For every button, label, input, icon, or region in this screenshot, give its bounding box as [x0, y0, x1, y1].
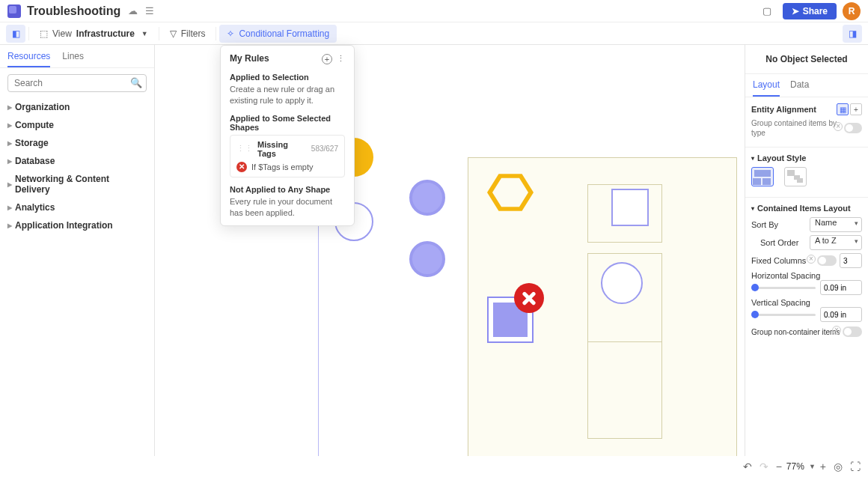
tab-data[interactable]: Data — [790, 74, 809, 97]
tree-item[interactable]: ▶Storage — [4, 134, 150, 152]
applied-some-head: Applied to Some Selected Shapes — [230, 114, 345, 132]
avatar[interactable]: R — [843, 2, 861, 20]
tree-label: Compute — [15, 120, 54, 130]
rule-name: Missing Tags — [257, 140, 307, 158]
tree-label: Organization — [15, 102, 70, 112]
tree-label: Networking & Content Delivery — [15, 174, 147, 195]
share-label: Share — [803, 6, 828, 16]
vspace-slider[interactable] — [751, 314, 816, 316]
entity-alignment-desc: Group contained items by type — [751, 118, 844, 138]
zoom-dropdown-icon[interactable]: ▼ — [809, 463, 816, 470]
cloud-sync-icon[interactable]: ☁ — [128, 5, 138, 16]
tree-item[interactable]: ▶Organization — [4, 98, 150, 116]
toggle-left-panel-icon[interactable]: ◧ — [6, 25, 25, 43]
search-input[interactable] — [7, 74, 147, 92]
fullscreen-icon[interactable]: ⛶ — [850, 461, 861, 473]
conditional-formatting-panel: My Rules + ⋮ Applied to Selection Create… — [220, 45, 355, 226]
sortby-select[interactable]: Name — [810, 217, 862, 232]
view-value: Infrastructure — [76, 28, 135, 39]
layout-style-head[interactable]: Layout Style — [757, 154, 806, 162]
rule-count: 583/627 — [311, 145, 338, 153]
rules-menu-icon[interactable]: ⋮ — [337, 54, 345, 64]
zoom-in-icon[interactable]: + — [820, 461, 826, 473]
tree-item[interactable]: ▶Networking & Content Delivery — [4, 170, 150, 198]
menu-icon[interactable]: ☰ — [145, 5, 154, 16]
fixedcols-toggle[interactable]: × — [817, 255, 837, 266]
tree-item[interactable]: ▶Analytics — [4, 198, 150, 216]
align-add-button[interactable]: + — [850, 103, 862, 115]
not-applied-body: Every rule in your document has been app… — [230, 196, 345, 219]
entity-alignment-label: Entity Alignment — [751, 105, 816, 114]
hspace-label: Horizontal Spacing — [751, 271, 820, 280]
search-icon[interactable]: 🔍 — [130, 77, 142, 88]
status-bar: ↶ ↷ − 77% ▼ + ◎ ⛶ — [736, 456, 868, 477]
rules-title: My Rules — [230, 53, 269, 64]
cond-format-label: Conditional Formatting — [239, 28, 329, 39]
applied-selection-head: Applied to Selection — [230, 73, 345, 82]
hspace-input[interactable] — [820, 280, 862, 295]
chevron-right-icon: ▶ — [7, 122, 12, 129]
entity-group-toggle[interactable]: × — [844, 123, 862, 133]
conditional-formatting-button[interactable]: ✧ Conditional Formatting — [219, 25, 337, 43]
selection-title: No Object Selected — [745, 45, 868, 73]
rule-card[interactable]: ⋮⋮ Missing Tags 583/627 ✕ If $Tags is em… — [230, 135, 345, 177]
tab-layout[interactable]: Layout — [753, 74, 780, 97]
error-icon: ✕ — [236, 162, 247, 172]
cube-icon: ⬚ — [40, 28, 48, 39]
chevron-right-icon: ▶ — [7, 222, 12, 229]
undo-icon[interactable]: ↶ — [743, 461, 752, 473]
zoom-value[interactable]: 77% — [786, 461, 804, 472]
redo-icon[interactable]: ↷ — [760, 461, 768, 473]
rule-condition: If $Tags is empty — [251, 162, 314, 171]
chevron-down-icon: ▼ — [141, 30, 148, 37]
tab-lines[interactable]: Lines — [62, 51, 84, 67]
sortby-label: Sort By — [751, 220, 778, 229]
view-label: View — [52, 28, 72, 39]
tree-label: Database — [15, 156, 55, 166]
filters-button[interactable]: ▽ Filters — [162, 25, 213, 43]
tree-item[interactable]: ▶Application Integration — [4, 216, 150, 234]
sortorder-label: Sort Order — [760, 238, 798, 247]
app-logo[interactable] — [7, 4, 21, 18]
tree-label: Storage — [15, 138, 49, 148]
chevron-right-icon: ▶ — [7, 181, 12, 188]
share-button[interactable]: ➤ Share — [783, 3, 837, 19]
vspace-input[interactable] — [820, 307, 862, 322]
right-panel: No Object Selected Layout Data Entity Al… — [745, 45, 868, 456]
not-applied-head: Not Applied to Any Shape — [230, 185, 345, 194]
chevron-right-icon: ▶ — [7, 204, 12, 211]
applied-selection-body: Create a new rule or drag an existing ru… — [230, 84, 345, 106]
filters-label: Filters — [181, 28, 206, 39]
groupnon-toggle[interactable]: × — [843, 326, 862, 337]
view-dropdown[interactable]: ⬚ View Infrastructure ▼ — [32, 25, 156, 43]
sortorder-select[interactable]: A to Z — [810, 235, 862, 250]
wand-icon: ✧ — [227, 28, 234, 39]
tree-label: Application Integration — [15, 220, 113, 231]
left-panel: Resources Lines 🔍 ▶Organization▶Compute▶… — [0, 45, 155, 456]
tree-label: Analytics — [15, 202, 55, 213]
layout-grid-option[interactable] — [751, 167, 774, 186]
tree-item[interactable]: ▶Compute — [4, 116, 150, 134]
layout-free-option[interactable] — [784, 167, 807, 186]
align-grid-button[interactable]: ▦ — [837, 103, 849, 115]
filter-icon: ▽ — [170, 28, 177, 39]
chevron-right-icon: ▶ — [7, 158, 12, 165]
zoom-out-icon[interactable]: − — [776, 461, 782, 473]
present-icon[interactable]: ▢ — [757, 1, 777, 21]
fixedcols-label: Fixed Columns — [751, 256, 806, 265]
share-icon: ➤ — [792, 6, 799, 16]
fixedcols-input[interactable] — [840, 253, 862, 268]
vspace-label: Vertical Spacing — [751, 298, 810, 307]
target-icon[interactable]: ◎ — [834, 461, 843, 473]
doc-title: Troubleshooting — [27, 4, 120, 18]
chevron-right-icon: ▶ — [7, 140, 12, 147]
hspace-slider[interactable] — [751, 287, 816, 289]
contained-head[interactable]: Contained Items Layout — [757, 204, 851, 213]
tab-resources[interactable]: Resources — [7, 51, 50, 67]
groupnon-label: Group non-container items — [751, 328, 840, 336]
error-badge-icon — [514, 283, 544, 313]
add-rule-icon[interactable]: + — [322, 54, 332, 64]
toggle-right-panel-icon[interactable]: ◨ — [843, 25, 862, 43]
chevron-right-icon: ▶ — [7, 104, 12, 111]
tree-item[interactable]: ▶Database — [4, 152, 150, 170]
